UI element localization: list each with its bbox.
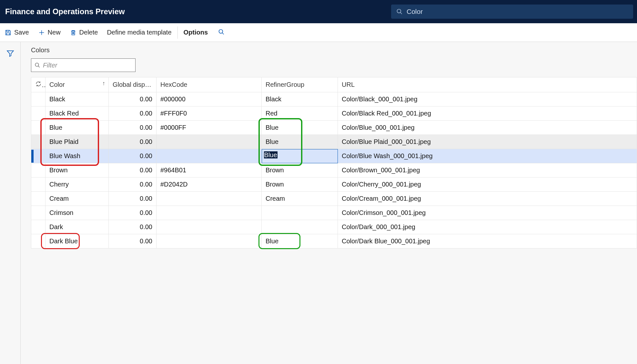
row-marker-cell[interactable]	[31, 92, 46, 106]
cell-url[interactable]: Color/Brown_000_001.jpeg	[338, 163, 637, 177]
define-media-button[interactable]: Define media template	[102, 23, 176, 42]
row-marker-cell[interactable]	[31, 106, 46, 121]
col-header-refiner[interactable]: RefinerGroup	[262, 77, 338, 92]
search-icon	[396, 8, 403, 15]
cell-hex[interactable]: #000000	[157, 92, 262, 106]
cell-hex[interactable]: #0000FF	[157, 121, 262, 135]
global-search[interactable]	[391, 5, 633, 19]
table-row[interactable]: Blue0.00#0000FFBlueColor/Blue_000_001.jp…	[31, 121, 637, 135]
cell-refiner[interactable]: Blue	[262, 121, 338, 135]
cell-refiner[interactable]: Black	[262, 92, 338, 106]
cell-hex[interactable]: #FFF0F0	[157, 106, 262, 121]
table-row[interactable]: Dark0.00Color/Dark_000_001.jpeg	[31, 220, 637, 234]
cell-gdo[interactable]: 0.00	[109, 234, 157, 248]
cell-refiner[interactable]: Red	[262, 106, 338, 121]
cell-refiner[interactable]: Brown	[262, 163, 338, 177]
cell-gdo[interactable]: 0.00	[109, 163, 157, 177]
col-label: HexCode	[160, 81, 187, 88]
table-row[interactable]: Cherry0.00#D2042DBrownColor/Cherry_000_0…	[31, 177, 637, 192]
row-marker-cell[interactable]	[31, 135, 46, 149]
col-header-hex[interactable]: HexCode	[157, 77, 262, 92]
cell-gdo[interactable]: 0.00	[109, 149, 157, 163]
row-marker-cell[interactable]	[31, 149, 46, 163]
quick-filter-input[interactable]	[43, 62, 132, 69]
cell-gdo[interactable]: 0.00	[109, 92, 157, 106]
cell-url[interactable]: Color/Cream_000_001.jpeg	[338, 192, 637, 206]
cell-gdo[interactable]: 0.00	[109, 220, 157, 234]
cell-color[interactable]: Brown	[46, 163, 109, 177]
cell-url[interactable]: Color/Black Red_000_001.jpeg	[338, 106, 637, 121]
row-marker-cell[interactable]	[31, 121, 46, 135]
cell-url[interactable]: Color/Dark Blue_000_001.jpeg	[338, 234, 637, 248]
save-button[interactable]: Save	[0, 23, 34, 42]
cell-color[interactable]: Crimson	[46, 206, 109, 220]
cell-url[interactable]: Color/Blue Wash_000_001.jpeg	[338, 149, 637, 163]
cell-gdo[interactable]: 0.00	[109, 106, 157, 121]
table-row[interactable]: Blue Plaid0.00BlueColor/Blue Plaid_000_0…	[31, 135, 637, 149]
new-button[interactable]: New	[34, 23, 65, 42]
cell-color[interactable]: Black	[46, 92, 109, 106]
refresh-header[interactable]	[31, 77, 46, 92]
cell-color[interactable]: Cherry	[46, 177, 109, 192]
table-row[interactable]: Dark Blue0.00BlueColor/Dark Blue_000_001…	[31, 234, 637, 248]
cell-hex[interactable]	[157, 192, 262, 206]
delete-button[interactable]: Delete	[65, 23, 103, 42]
cell-hex[interactable]	[157, 234, 262, 248]
cell-color[interactable]: Blue Wash	[46, 149, 109, 163]
cell-refiner[interactable]: Blue	[262, 135, 338, 149]
cell-url[interactable]: Color/Crimson_000_001.jpeg	[338, 206, 637, 220]
toolbar-search-button[interactable]	[212, 29, 230, 36]
cell-hex[interactable]	[157, 149, 262, 163]
cell-color[interactable]: Blue	[46, 121, 109, 135]
table-row[interactable]: Crimson0.00Color/Crimson_000_001.jpeg	[31, 206, 637, 220]
svg-line-1	[400, 13, 402, 14]
col-header-gdo[interactable]: Global display ...	[109, 77, 157, 92]
new-label: New	[48, 29, 61, 36]
cell-hex[interactable]: #964B01	[157, 163, 262, 177]
cell-color[interactable]: Blue Plaid	[46, 135, 109, 149]
active-cell-editor[interactable]: Blue	[262, 149, 338, 163]
row-marker-cell[interactable]	[31, 206, 46, 220]
cell-refiner[interactable]: Brown	[262, 177, 338, 192]
row-marker-cell[interactable]	[31, 163, 46, 177]
cell-url[interactable]: Color/Black_000_001.jpeg	[338, 92, 637, 106]
col-label: RefinerGroup	[266, 81, 304, 88]
table-row[interactable]: Black Red0.00#FFF0F0RedColor/Black Red_0…	[31, 106, 637, 121]
table-row[interactable]: Brown0.00#964B01BrownColor/Brown_000_001…	[31, 163, 637, 177]
cell-url[interactable]: Color/Blue_000_001.jpeg	[338, 121, 637, 135]
table-row[interactable]: Black0.00#000000BlackColor/Black_000_001…	[31, 92, 637, 106]
cell-color[interactable]: Black Red	[46, 106, 109, 121]
row-marker-cell[interactable]	[31, 234, 46, 248]
cell-url[interactable]: Color/Cherry_000_001.jpeg	[338, 177, 637, 192]
cell-refiner[interactable]: Blue	[262, 234, 338, 248]
cell-refiner[interactable]: Cream	[262, 192, 338, 206]
cell-url[interactable]: Color/Blue Plaid_000_001.jpeg	[338, 135, 637, 149]
col-header-color[interactable]: Color↑	[46, 77, 109, 92]
row-marker-cell[interactable]	[31, 220, 46, 234]
quick-filter[interactable]	[31, 58, 136, 72]
cell-color[interactable]: Dark Blue	[46, 234, 109, 248]
col-header-url[interactable]: URL	[338, 77, 637, 92]
svg-point-12	[35, 63, 39, 66]
cell-url[interactable]: Color/Dark_000_001.jpeg	[338, 220, 637, 234]
cell-color[interactable]: Dark	[46, 220, 109, 234]
cell-refiner[interactable]	[262, 206, 338, 220]
cell-refiner[interactable]	[262, 220, 338, 234]
row-marker-cell[interactable]	[31, 177, 46, 192]
cell-gdo[interactable]: 0.00	[109, 135, 157, 149]
cell-color[interactable]: Cream	[46, 192, 109, 206]
options-button[interactable]: Options	[179, 23, 213, 42]
cell-gdo[interactable]: 0.00	[109, 177, 157, 192]
cell-hex[interactable]	[157, 220, 262, 234]
filter-pane-toggle[interactable]	[6, 49, 15, 364]
cell-hex[interactable]	[157, 135, 262, 149]
global-search-input[interactable]	[407, 8, 628, 15]
table-row[interactable]: Cream0.00CreamColor/Cream_000_001.jpeg	[31, 192, 637, 206]
cell-hex[interactable]: #D2042D	[157, 177, 262, 192]
cell-hex[interactable]	[157, 206, 262, 220]
cell-gdo[interactable]: 0.00	[109, 192, 157, 206]
cell-gdo[interactable]: 0.00	[109, 206, 157, 220]
row-marker-cell[interactable]	[31, 192, 46, 206]
table-header-row: Color↑ Global display ... HexCode Refine…	[31, 77, 637, 92]
cell-gdo[interactable]: 0.00	[109, 121, 157, 135]
